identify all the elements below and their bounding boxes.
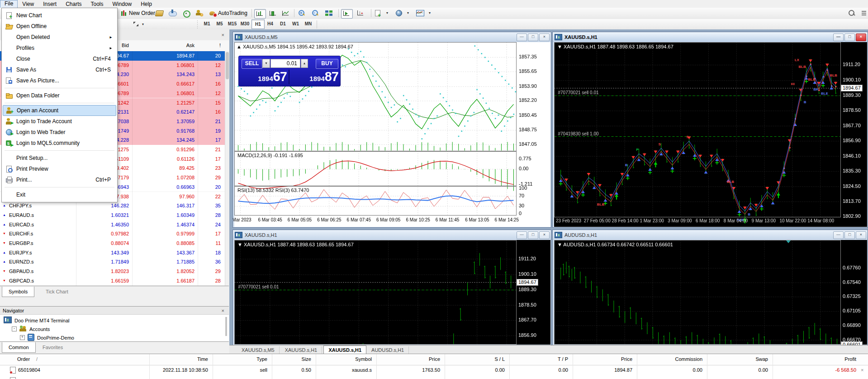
- close-order-icon[interactable]: ×: [861, 368, 863, 372]
- close-button[interactable]: ×: [856, 34, 866, 41]
- menu-view[interactable]: View: [18, 0, 38, 8]
- file-menu-item-open-offline[interactable]: Open Offline: [3, 21, 116, 32]
- timeframe-mn[interactable]: MN: [302, 19, 314, 28]
- file-menu-item-new-chart[interactable]: +New Chart: [3, 10, 116, 21]
- market-watch-row-eurchf.s[interactable]: ▼EURCHF.s0.979820.9799917: [0, 229, 225, 239]
- timeframe-d1[interactable]: D1: [277, 19, 289, 28]
- publish-icon[interactable]: [167, 9, 178, 18]
- menu-help[interactable]: Help: [136, 0, 157, 8]
- navigator-close-icon[interactable]: ×: [222, 308, 224, 313]
- panel-toggle-icon[interactable]: ▼: [557, 242, 563, 247]
- h1b-chart-canvas[interactable]: [234, 240, 550, 345]
- periods-dropdown[interactable]: ▾: [394, 9, 413, 18]
- auto-scroll-icon[interactable]: [341, 9, 353, 19]
- market-watch-row-gbpcad.s[interactable]: ▼GBPCAD.s1.661591.6618728: [0, 276, 225, 286]
- terminal-header-swap[interactable]: Swap: [723, 356, 768, 362]
- timeframe-w1[interactable]: W1: [289, 19, 302, 28]
- file-menu-item-print[interactable]: Print...Ctrl+P: [3, 174, 116, 185]
- timeframe-h1[interactable]: H1: [251, 19, 265, 29]
- journal-icon[interactable]: [154, 9, 165, 18]
- close-button[interactable]: ×: [539, 34, 550, 41]
- panel-toggle-icon[interactable]: ▼: [237, 242, 244, 247]
- timeframe-m30[interactable]: M30: [239, 19, 251, 28]
- timeframe-m5[interactable]: M5: [213, 19, 226, 28]
- market-watch-row-chfjpy.s[interactable]: ▲CHFJPY.s146.282146.31735: [0, 201, 225, 211]
- navigator-item-accounts[interactable]: -Accounts: [12, 325, 50, 333]
- restore-button[interactable]: □: [844, 231, 855, 239]
- collapse-icon[interactable]: -: [12, 326, 17, 331]
- restore-button[interactable]: □: [844, 34, 855, 41]
- terminal-header-commission[interactable]: Commission: [657, 356, 702, 362]
- chart-window-titlebar[interactable]: AUDUSD.s,H1 — □ ×: [553, 230, 868, 240]
- panel-toggle-icon[interactable]: ▲: [237, 44, 243, 49]
- order-row-partial[interactable]: [0, 375, 868, 379]
- file-menu-item-print-preview[interactable]: Print Preview: [3, 163, 116, 174]
- order-row[interactable]: 65019804 2022.11.18 10:38:50 sell 0.50 x…: [0, 365, 868, 375]
- candlestick-type-icon[interactable]: [268, 9, 279, 18]
- new-chart-dropdown[interactable]: +▾: [374, 9, 392, 18]
- file-menu-item-login-to-web-trader[interactable]: ➤Login to Web Trader: [3, 127, 116, 138]
- chart-window-xauusd-m5[interactable]: XAUUSD.s,M5 — □ × ▲ XAUUSD.s,M5 1894.15 …: [232, 32, 551, 228]
- terminal-header-order[interactable]: Order: [17, 356, 30, 362]
- volume-down-button[interactable]: ▾: [262, 59, 270, 68]
- h1-chart-canvas[interactable]: [554, 42, 867, 227]
- timeframe-m1[interactable]: M1: [201, 19, 213, 28]
- restore-button[interactable]: □: [528, 34, 538, 41]
- crosshair-dropdown[interactable]: ▾: [132, 20, 147, 29]
- market-watch-row-eurgbp.s[interactable]: ▼EURGBP.s0.880740.8808511: [0, 239, 225, 249]
- line-chart-type-icon[interactable]: [280, 9, 291, 18]
- autotrading-button[interactable]: AutoTrading: [207, 9, 250, 18]
- terminal-header-type[interactable]: Type: [222, 356, 267, 362]
- close-button[interactable]: ×: [856, 231, 866, 239]
- market-watch-scrollbar[interactable]: [225, 51, 229, 286]
- terminal-header-tp[interactable]: T / P: [523, 356, 568, 362]
- terminal-header-time[interactable]: Time: [163, 356, 208, 362]
- tab-favorites[interactable]: Favorites: [36, 342, 69, 352]
- new-order-button[interactable]: New Order: [119, 9, 157, 18]
- market-watch-row-gbpaud.s[interactable]: ▼GBPAUD.s1.820231.8205229: [0, 267, 225, 277]
- sell-button[interactable]: SELL: [242, 59, 262, 69]
- market-watch-row-eurcad.s[interactable]: ▲EURCAD.s1.463501.4637424: [0, 220, 225, 230]
- file-menu-item-profiles[interactable]: Profiles►: [3, 43, 116, 53]
- chart-window-titlebar[interactable]: XAUUSD.s,H1 — □ ×: [233, 230, 551, 240]
- chart-shift-icon[interactable]: +: [356, 9, 366, 18]
- file-menu-item-open-data-folder[interactable]: Open Data Folder: [3, 90, 116, 101]
- file-menu-item-login-to-mql5-community[interactable]: 5➤Login to MQL5.community: [3, 138, 116, 149]
- buy-button[interactable]: BUY: [316, 59, 338, 69]
- market-watch-close-icon[interactable]: ×: [222, 33, 224, 37]
- column-header-spread[interactable]: !: [185, 43, 221, 48]
- toolbar-overflow-icon[interactable]: [860, 9, 868, 18]
- chart-window-titlebar[interactable]: XAUUSD.s,M5 — □ ×: [233, 32, 551, 42]
- minimize-button[interactable]: —: [517, 34, 527, 41]
- scrollbar-thumb[interactable]: [226, 52, 229, 79]
- chart-window-titlebar[interactable]: XAUUSD.s,H1 — □ ×: [553, 32, 868, 42]
- terminal-header-price[interactable]: Price: [395, 356, 440, 362]
- terminal-header-price[interactable]: Price: [587, 356, 632, 362]
- template-dropdown[interactable]: ▾: [415, 9, 433, 18]
- volume-up-button[interactable]: ▴: [301, 59, 308, 68]
- minimize-button[interactable]: —: [833, 34, 844, 41]
- expand-icon[interactable]: +: [20, 335, 25, 340]
- file-menu-item-print-setup[interactable]: Print Setup...: [3, 153, 116, 163]
- tile-windows-icon[interactable]: [324, 9, 335, 18]
- volume-input[interactable]: 0.01: [270, 59, 300, 68]
- bar-chart-type-icon[interactable]: [254, 9, 266, 19]
- menu-tools[interactable]: Tools: [86, 0, 108, 8]
- file-menu-item-save-as[interactable]: Save AsCtrl+S: [3, 64, 116, 75]
- zoom-out-icon[interactable]: -: [310, 9, 321, 18]
- minimize-button[interactable]: —: [833, 231, 844, 239]
- menu-insert[interactable]: Insert: [38, 0, 61, 8]
- market-watch-row-eurnzd.s[interactable]: ▲EURNZD.s1.718491.7188536: [0, 257, 225, 267]
- zoom-in-icon[interactable]: +: [297, 9, 308, 18]
- tab-tick-chart[interactable]: Tick Chart: [39, 287, 75, 297]
- file-menu-item-close[interactable]: CloseCtrl+F4: [3, 53, 116, 64]
- buy-price[interactable]: 189487: [291, 69, 338, 85]
- navigator-scrollbar[interactable]: [225, 317, 227, 336]
- chart-tab-audusd-s-h1[interactable]: AUDUSD.s,H1: [367, 346, 409, 354]
- signal-icon[interactable]: [181, 9, 192, 18]
- restore-button[interactable]: □: [528, 231, 538, 239]
- timeframe-h4[interactable]: H4: [264, 19, 276, 28]
- market-watch-row-euraud.s[interactable]: ▲EURAUD.s1.603211.6034928: [0, 211, 225, 221]
- file-menu-item-exit[interactable]: Exit: [3, 189, 116, 200]
- menu-window[interactable]: Window: [108, 0, 137, 8]
